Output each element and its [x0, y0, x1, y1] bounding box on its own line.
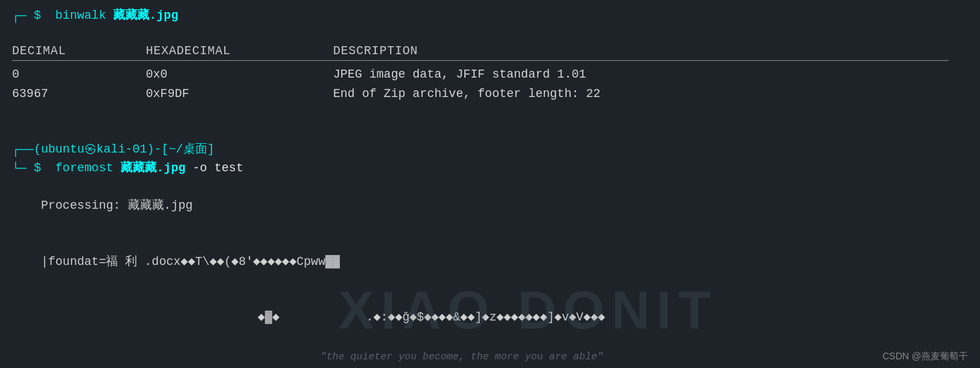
csdn-credit: CSDN @燕麦葡萄干	[882, 351, 968, 363]
row1-decimal: 63967	[12, 84, 146, 104]
binwalk-cmd-text: binwalk	[48, 7, 113, 25]
foremost-args: -o test	[185, 159, 243, 178]
table-headers: DECIMAL HEXADECIMAL DESCRIPTION	[12, 44, 968, 58]
prompt-dollar-1: $	[27, 7, 48, 25]
row1-desc: End of Zip archive, footer length: 22	[333, 84, 968, 104]
processing-line-2: ◆▓◆ .◆:◆◆ğ◆$◆◆◆◆&◆◆]◆z◆◆◆◆◆◆◆]◆v◆V◆◆◆	[12, 290, 968, 346]
found-data-2: ◆▓◆ .◆:◆◆ğ◆$◆◆◆◆&◆◆]◆z◆◆◆◆◆◆◆]◆v◆V◆◆◆	[41, 310, 605, 324]
binwalk-filename: 藏藏藏.jpg	[113, 7, 178, 25]
processing-label: Processing: 藏藏藏.jpg	[41, 199, 193, 212]
row1-hex: 0xF9DF	[146, 84, 333, 104]
highlight-block: ▓▓	[325, 255, 340, 268]
terminal-window: ┌─ $ binwalk 藏藏藏.jpg DECIMAL HEXADECIMAL…	[0, 0, 980, 368]
corner-bracket-1: ┌─	[12, 10, 27, 22]
table-row-0: 0 0x0 JPEG image data, JFIF standard 1.0…	[12, 65, 968, 84]
row0-decimal: 0	[12, 65, 146, 84]
foremost-prompt-line: ┌── (ubuntu㉿kali-01) -[~/桌面]	[12, 141, 968, 159]
corner-bracket-3: └─	[12, 163, 27, 175]
row0-desc: JPEG image data, JFIF standard 1.01	[333, 65, 968, 84]
found-data-1: |foundat=福 利 .docx◆◆T\◆◆(◆8'◆◆◆◆◆◆Cpww	[41, 255, 325, 268]
foremost-path: -[~/桌面]	[154, 141, 214, 159]
foremost-user-host: (ubuntu㉿kali-01)	[33, 141, 154, 159]
empty-line-1	[12, 25, 968, 44]
header-desc: DESCRIPTION	[333, 44, 968, 58]
foremost-cmd-text: foremost	[48, 159, 120, 178]
header-hex: HEXADECIMAL	[146, 44, 333, 58]
foremost-command-line: └─ $ foremost 藏藏藏.jpg -o test	[12, 159, 968, 178]
binwalk-command-line: ┌─ $ binwalk 藏藏藏.jpg	[12, 7, 968, 25]
quiet-quote: "the quieter you become, the more you ar…	[320, 351, 603, 363]
corner-bracket-2: ┌──	[12, 144, 33, 156]
processing-line-1: |foundat=福 利 .docx◆◆T\◆◆(◆8'◆◆◆◆◆◆Cpww▓▓	[12, 234, 968, 290]
row0-hex: 0x0	[146, 65, 333, 84]
processing-line-0: Processing: 藏藏藏.jpg	[12, 178, 968, 234]
table-separator	[12, 60, 949, 61]
foremost-filename: 藏藏藏.jpg	[120, 159, 185, 178]
empty-line-2	[12, 103, 968, 122]
header-decimal: DECIMAL	[12, 44, 146, 58]
foremost-dollar: $	[27, 159, 48, 178]
empty-line-3	[12, 122, 968, 141]
table-row-1: 63967 0xF9DF End of Zip archive, footer …	[12, 84, 968, 104]
